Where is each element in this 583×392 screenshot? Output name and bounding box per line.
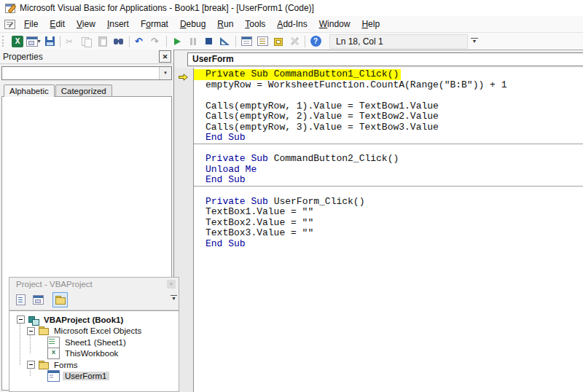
close-icon[interactable]: [167, 280, 176, 289]
code-text-segment: UserForm_Click(): [268, 196, 365, 207]
paste-button: [95, 34, 111, 49]
toggle-folders-button[interactable]: [52, 292, 68, 307]
code-keyword: Private Sub: [206, 153, 268, 164]
code-editor[interactable]: Private Sub CommandButton1_Click()emptyR…: [174, 68, 583, 392]
window-title: Microsoft Visual Basic for Applications …: [20, 3, 314, 13]
menu-item-format[interactable]: Format: [135, 17, 174, 31]
toolbar-separator: [235, 36, 236, 47]
properties-window-button[interactable]: [254, 34, 270, 49]
code-line-18: [194, 249, 583, 260]
chevron-down-icon[interactable]: [159, 67, 171, 79]
undo-icon: [134, 36, 146, 47]
menu-bar-items: FileEditViewInsertFormatDebugRunToolsAdd…: [18, 17, 386, 31]
reset-button[interactable]: [201, 34, 217, 49]
code-line-3: [194, 90, 583, 101]
save-icon: [45, 36, 55, 46]
tree-item-label: UserForm1: [63, 372, 109, 380]
break-button: [185, 34, 201, 49]
project-explorer-icon: [241, 36, 252, 46]
code-keyword: Unload Me: [206, 164, 257, 175]
run-sub-button[interactable]: [169, 34, 185, 49]
code-text-segment: CommandButton1_Click(): [268, 68, 399, 79]
tree-item-label: Sheet1 (Sheet1): [63, 338, 128, 347]
code-line-16: TextBox3.Value = "": [194, 228, 583, 239]
design-mode-button[interactable]: [217, 34, 233, 49]
undo-button[interactable]: [132, 34, 148, 49]
current-statement-marker-icon[interactable]: [179, 71, 188, 84]
code-text-segment: emptyRow = WorksheetFunction.CountA(Rang…: [206, 79, 506, 90]
menu-item-view[interactable]: View: [71, 17, 101, 31]
tree-item-vbaproject-book1[interactable]: VBAProject (Book1): [9, 314, 179, 326]
code-text-segment: TextBox2.Value = "": [206, 217, 313, 228]
tab-alphabetic[interactable]: Alphabetic: [4, 85, 55, 97]
toolbar-separator: [166, 36, 167, 47]
tree-item-sheet1-sheet1[interactable]: Sheet1 (Sheet1): [9, 337, 179, 348]
workbook-icon: [47, 348, 60, 359]
code-line-14: TextBox1.Value = "": [194, 207, 583, 218]
menu-item-file[interactable]: File: [18, 17, 44, 31]
properties-tabs: AlphabeticCategorized: [1, 82, 172, 97]
cursor-position-indicator: Ln 18, Col 1: [329, 34, 468, 49]
properties-title-bar: Properties: [0, 50, 173, 64]
expander-minus-icon[interactable]: [17, 315, 25, 324]
properties-object-selector[interactable]: [1, 66, 172, 80]
object-dropdown[interactable]: UserForm: [187, 52, 583, 66]
tab-categorized[interactable]: Categorized: [55, 85, 112, 96]
view-microsoft-excel-button[interactable]: [9, 34, 26, 49]
menu-bar: FileEditViewInsertFormatDebugRunToolsAdd…: [0, 16, 583, 33]
object-browser-icon: [273, 36, 284, 47]
insert-userform-button[interactable]: ▾: [26, 34, 42, 49]
toolbar-overflow-icon[interactable]: ▼: [471, 38, 478, 44]
worksheet-icon: [47, 337, 60, 348]
tree-item-microsoft-excel-objects[interactable]: Microsoft Excel Objects: [9, 326, 179, 337]
menu-item-add-ins[interactable]: Add-Ins: [271, 17, 313, 31]
folder-icon: [38, 360, 49, 370]
code-keyword: End Sub: [206, 132, 246, 143]
toolbar-separator: [305, 36, 305, 47]
view-microsoft-excel-icon: [12, 36, 23, 47]
project-tree: VBAProject (Book1)Microsoft Excel Object…: [9, 310, 179, 391]
menu-item-help[interactable]: Help: [356, 17, 386, 31]
menu-item-run[interactable]: Run: [211, 17, 239, 31]
menu-item-insert[interactable]: Insert: [101, 17, 135, 31]
menu-item-edit[interactable]: Edit: [44, 17, 71, 31]
vba-ide-window: Microsoft Visual Basic for Applications …: [0, 0, 583, 392]
view-code-button[interactable]: [13, 292, 28, 307]
chevron-down-icon[interactable]: ▼: [171, 295, 177, 302]
tree-item-forms[interactable]: Forms: [9, 359, 179, 371]
toolbar-grip[interactable]: [2, 36, 7, 47]
code-line-5: Calls(emptyRow, 2).Value = TextBow2.Valu…: [194, 111, 583, 122]
menu-item-tools[interactable]: Tools: [239, 17, 271, 31]
toolbox-button: [286, 34, 302, 49]
view-code-icon: [16, 294, 26, 305]
object-browser-button[interactable]: [270, 34, 286, 49]
menu-item-window[interactable]: Window: [313, 17, 356, 31]
code-line-8: [194, 144, 583, 154]
copy-button: [79, 34, 95, 49]
code-window-system-icon[interactable]: [4, 20, 15, 29]
view-object-button[interactable]: [31, 292, 46, 307]
expander-minus-icon[interactable]: [27, 361, 35, 369]
tree-item-userform1[interactable]: UserForm1: [9, 371, 179, 383]
tree-item-label: Microsoft Excel Objects: [52, 326, 144, 335]
reset-icon: [203, 36, 215, 47]
code-text: Private Sub CommandButton1_Click()emptyR…: [194, 69, 583, 392]
code-text-segment: Calls(emptyRow, 1).Value = TextBow1.Valu…: [206, 101, 439, 111]
expander-minus-icon[interactable]: [27, 327, 35, 335]
vba-app-icon: [5, 4, 15, 13]
design-mode-icon: [219, 36, 231, 47]
code-keyword: End Sub: [206, 174, 246, 185]
tree-item-label: Forms: [52, 361, 80, 369]
help-button[interactable]: [308, 34, 324, 49]
code-text-segment: CommandButton2_Click(): [268, 153, 399, 164]
close-icon[interactable]: [159, 50, 171, 63]
code-line-7: End Sub: [194, 133, 583, 144]
project-tree-rows: VBAProject (Book1)Microsoft Excel Object…: [9, 314, 179, 382]
toggle-folders-icon: [55, 294, 66, 306]
project-explorer-button[interactable]: [238, 34, 254, 49]
tree-item-thisworkbook[interactable]: ThisWorkbook: [9, 348, 179, 360]
project-toolbar: ▼: [9, 290, 179, 310]
menu-item-debug[interactable]: Debug: [174, 17, 211, 31]
save-button[interactable]: [42, 34, 58, 49]
find-button[interactable]: [111, 34, 127, 49]
